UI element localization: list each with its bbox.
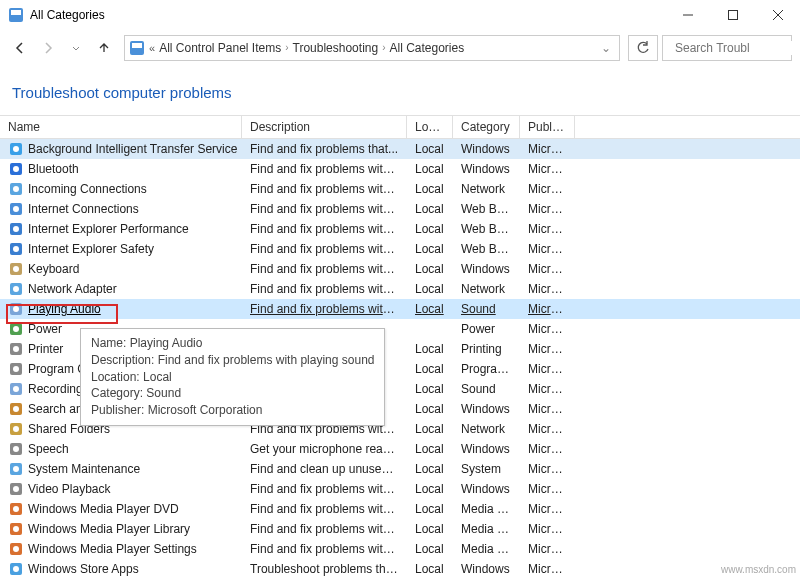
col-header-category[interactable]: Category (453, 116, 520, 138)
breadcrumb: All Control Panel Items › Troubleshootin… (159, 41, 593, 55)
cell-category: Windows (453, 262, 520, 276)
col-header-name[interactable]: Name (0, 116, 242, 138)
cell-location: Local (407, 382, 453, 396)
table-row[interactable]: Windows Media Player SettingsFind and fi… (0, 539, 800, 559)
svg-point-11 (13, 146, 19, 152)
cell-name: Windows Store Apps (0, 561, 242, 577)
troubleshooter-icon (8, 301, 24, 317)
cell-description: Find and fix problems with... (242, 282, 407, 296)
app-icon (8, 7, 24, 23)
row-name-label: Program C (28, 362, 86, 376)
table-row[interactable]: Windows Media Player LibraryFind and fix… (0, 519, 800, 539)
cell-name: Keyboard (0, 261, 242, 277)
cell-publisher: Microso... (520, 382, 575, 396)
table-row[interactable]: Windows Store AppsTroubleshoot problems … (0, 559, 800, 577)
cell-name: Windows Media Player DVD (0, 501, 242, 517)
cell-category: Network (453, 282, 520, 296)
minimize-button[interactable] (665, 0, 710, 30)
svg-point-21 (13, 246, 19, 252)
cell-publisher: Microso... (520, 342, 575, 356)
breadcrumb-item[interactable]: All Categories (390, 41, 465, 55)
breadcrumb-item[interactable]: All Control Panel Items (159, 41, 281, 55)
svg-point-45 (13, 486, 19, 492)
troubleshooter-icon (8, 461, 24, 477)
svg-point-37 (13, 406, 19, 412)
cell-publisher: Microso... (520, 522, 575, 536)
troubleshooter-icon (8, 541, 24, 557)
cell-name: Playing Audio (0, 301, 242, 317)
tooltip-line: Publisher: Microsoft Corporation (91, 402, 374, 419)
address-dropdown[interactable]: ⌄ (597, 41, 615, 55)
col-header-publisher[interactable]: Publisher (520, 116, 575, 138)
cell-location: Local (407, 522, 453, 536)
cell-name: Incoming Connections (0, 181, 242, 197)
table-row[interactable]: Internet Explorer PerformanceFind and fi… (0, 219, 800, 239)
table-row[interactable]: Background Intelligent Transfer ServiceF… (0, 139, 800, 159)
svg-point-15 (13, 186, 19, 192)
cell-publisher: Microso... (520, 182, 575, 196)
row-name-label: Printer (28, 342, 63, 356)
cell-description: Find and fix problems that... (242, 142, 407, 156)
table-row[interactable]: BluetoothFind and fix problems with...Lo… (0, 159, 800, 179)
up-button[interactable] (92, 36, 116, 60)
row-name-label: Windows Media Player Settings (28, 542, 197, 556)
col-header-description[interactable]: Description (242, 116, 407, 138)
troubleshooter-icon (8, 261, 24, 277)
table-row[interactable]: Internet ConnectionsFind and fix problem… (0, 199, 800, 219)
cell-category: Windows (453, 142, 520, 156)
troubleshooter-icon (8, 161, 24, 177)
col-header-location[interactable]: Locat... (407, 116, 453, 138)
row-name-label: Keyboard (28, 262, 79, 276)
row-name-label: Recording (28, 382, 83, 396)
cell-category: Sound (453, 302, 520, 316)
cell-category: Power (453, 322, 520, 336)
cell-location: Local (407, 302, 453, 316)
cell-name: Windows Media Player Settings (0, 541, 242, 557)
table-row[interactable]: SpeechGet your microphone read...LocalWi… (0, 439, 800, 459)
svg-point-19 (13, 226, 19, 232)
maximize-button[interactable] (710, 0, 755, 30)
cell-publisher: Microso... (520, 142, 575, 156)
cell-publisher: Microso... (520, 222, 575, 236)
cell-location: Local (407, 202, 453, 216)
cell-description: Find and fix problems with... (242, 262, 407, 276)
location-icon (129, 40, 145, 56)
svg-point-17 (13, 206, 19, 212)
cell-location: Local (407, 142, 453, 156)
cell-name: Internet Explorer Safety (0, 241, 242, 257)
search-box[interactable] (662, 35, 792, 61)
cell-name: Bluetooth (0, 161, 242, 177)
cell-publisher: Microso... (520, 162, 575, 176)
troubleshooter-icon (8, 521, 24, 537)
forward-button[interactable] (36, 36, 60, 60)
table-row[interactable]: Windows Media Player DVDFind and fix pro… (0, 499, 800, 519)
row-name-label: Bluetooth (28, 162, 79, 176)
troubleshooter-icon (8, 421, 24, 437)
recent-dropdown[interactable] (64, 36, 88, 60)
address-bar[interactable]: « All Control Panel Items › Troubleshoot… (124, 35, 620, 61)
svg-rect-1 (11, 10, 21, 15)
title-bar: All Categories (0, 0, 800, 30)
troubleshooter-icon (8, 441, 24, 457)
close-button[interactable] (755, 0, 800, 30)
search-input[interactable] (675, 41, 800, 55)
back-button[interactable] (8, 36, 32, 60)
table-row[interactable]: Playing AudioFind and fix problems with.… (0, 299, 800, 319)
breadcrumb-overflow[interactable]: « (149, 42, 155, 54)
row-name-label: Incoming Connections (28, 182, 147, 196)
troubleshooter-icon (8, 141, 24, 157)
cell-location: Local (407, 422, 453, 436)
row-name-label: Power (28, 322, 62, 336)
refresh-button[interactable] (628, 35, 658, 61)
table-row[interactable]: Network AdapterFind and fix problems wit… (0, 279, 800, 299)
svg-point-33 (13, 366, 19, 372)
table-row[interactable]: KeyboardFind and fix problems with...Loc… (0, 259, 800, 279)
table-row[interactable]: System MaintenanceFind and clean up unus… (0, 459, 800, 479)
troubleshooter-icon (8, 321, 24, 337)
table-row[interactable]: Internet Explorer SafetyFind and fix pro… (0, 239, 800, 259)
svg-point-49 (13, 526, 19, 532)
svg-point-23 (13, 266, 19, 272)
table-row[interactable]: Incoming ConnectionsFind and fix problem… (0, 179, 800, 199)
breadcrumb-item[interactable]: Troubleshooting (293, 41, 379, 55)
table-row[interactable]: Video PlaybackFind and fix problems with… (0, 479, 800, 499)
